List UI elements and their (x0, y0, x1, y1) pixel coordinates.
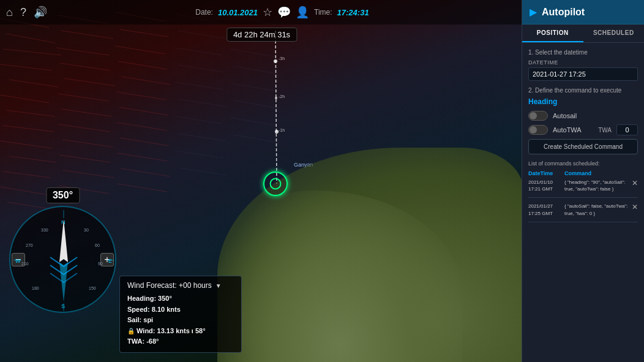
svg-line-16 (60, 63, 110, 70)
wind-wind: 🔒 Wind: 13.13 knts ι 58° (127, 326, 234, 337)
command-value-0: { "heading": "90", "autoSail": true, "au… (564, 179, 629, 192)
svg-line-14 (61, 31, 113, 39)
step2-label: 2. Define the command to execute (528, 87, 638, 94)
svg-line-50 (233, 66, 279, 74)
svg-line-8 (0, 141, 52, 148)
svg-line-5 (0, 95, 49, 103)
svg-line-1 (6, 34, 55, 43)
svg-line-52 (234, 100, 280, 108)
svg-line-11 (0, 187, 48, 195)
command-row-0: 2021/01/1017:21 GMT { "heading": "90", "… (528, 179, 638, 198)
autotwa-label: AutoTWA (553, 126, 582, 134)
autosail-toggle[interactable] (528, 111, 548, 121)
svg-text:90: 90 (98, 262, 103, 266)
twa-label: TWA (598, 127, 612, 134)
svg-text:270: 270 (26, 243, 33, 247)
create-command-button[interactable]: Create Scheduled Command (528, 139, 638, 154)
date-label: Date: (195, 8, 213, 17)
map-area[interactable]: -3h -2h -1h Ganyan ⌂ ? 🔊 Date: 10.01.202… (0, 0, 523, 362)
svg-line-46 (179, 168, 227, 175)
svg-line-15 (56, 48, 109, 55)
svg-point-56 (274, 59, 277, 63)
command-delete-1[interactable]: ✕ (632, 203, 638, 211)
volume-icon[interactable]: 🔊 (34, 6, 47, 19)
svg-line-23 (63, 170, 114, 178)
command-value-1: { "autoSail": false, "autoTwa": true, "t… (564, 203, 629, 216)
svg-text:E: E (108, 258, 112, 264)
svg-line-49 (230, 49, 277, 57)
svg-line-38 (178, 31, 225, 39)
svg-line-19 (61, 109, 111, 116)
svg-text:30: 30 (84, 228, 89, 232)
wind-dropdown-arrow: ▼ (215, 282, 222, 289)
autopilot-tabs: POSITION SCHEDULED (522, 25, 644, 43)
svg-text:W: W (15, 258, 21, 264)
autotwa-row: AutoTWA TWA 0 (528, 124, 638, 135)
svg-line-33 (120, 138, 169, 146)
svg-line-53 (230, 118, 277, 126)
tab-position[interactable]: POSITION (522, 25, 583, 42)
eta-box: 4d 22h 24m 31s (227, 28, 297, 42)
svg-line-3 (0, 64, 52, 70)
help-icon[interactable]: ? (20, 6, 26, 19)
compass-heading: 350° (46, 187, 80, 203)
autosail-row: Autosail (528, 111, 638, 121)
col-command-header: Command (564, 170, 638, 176)
twa-input[interactable]: 0 (616, 124, 638, 135)
star-icon[interactable]: ☆ (263, 6, 272, 19)
command-delete-0[interactable]: ✕ (632, 179, 638, 187)
time-value: 17:24:31 (337, 8, 369, 17)
svg-text:-1h: -1h (279, 128, 285, 132)
svg-text:210: 210 (21, 262, 29, 266)
command-datetime-1: 2021/01/2717:25 GMT (528, 203, 562, 216)
svg-line-43 (175, 116, 222, 124)
svg-line-31 (119, 107, 168, 115)
autopilot-panel: ▶ Autopilot POSITION SCHEDULED 1. Select… (522, 0, 644, 362)
svg-line-39 (174, 48, 222, 55)
message-icon[interactable]: 💬 (277, 6, 291, 19)
svg-line-21 (62, 140, 113, 147)
svg-line-41 (175, 82, 223, 89)
svg-line-4 (9, 80, 58, 87)
svg-text:330: 330 (41, 228, 48, 232)
autopilot-body: 1. Select the datetime Datetime 2021-01-… (522, 43, 644, 362)
autopilot-title: Autopilot (542, 7, 585, 18)
svg-line-34 (118, 153, 168, 161)
eta-value: 4d 22h 24m 31s (233, 30, 290, 39)
wind-info: Wind Forecast: +00 hours ▼ Heading: 350°… (119, 276, 242, 353)
col-datetime-header: DateTime (528, 170, 562, 176)
svg-text:60: 60 (95, 243, 100, 247)
svg-line-35 (121, 168, 170, 176)
time-label: Time: (314, 8, 332, 17)
ship-target (263, 172, 288, 196)
wind-sail: Sail: spi (127, 315, 234, 326)
svg-marker-79 (59, 219, 68, 262)
commands-table-header: DateTime Command (528, 170, 638, 176)
autopilot-collapse-icon[interactable]: ▶ (530, 6, 537, 18)
autopilot-header: ▶ Autopilot (522, 0, 644, 25)
svg-text:150: 150 (89, 286, 96, 290)
svg-line-9 (9, 156, 56, 162)
home-icon[interactable]: ⌂ (6, 6, 13, 19)
command-row-1: 2021/01/2717:25 GMT { "autoSail": false,… (528, 203, 638, 222)
svg-line-54 (233, 135, 279, 143)
top-bar: ⌂ ? 🔊 Date: 10.01.2021 ☆ 💬 👤 Time: 17:24… (0, 0, 523, 25)
date-value: 10.01.2021 (218, 8, 258, 17)
commands-list-label: List of commands scheduled: (528, 160, 638, 167)
user-icon[interactable]: 👤 (296, 6, 309, 19)
datetime-label: Datetime (528, 59, 638, 66)
svg-line-44 (178, 134, 225, 141)
wind-twa: TWA: -68° (127, 336, 234, 347)
wind-forecast-dropdown[interactable]: Wind Forecast: +00 hours ▼ (127, 281, 234, 290)
svg-line-55 (275, 31, 277, 184)
autotwa-toggle[interactable] (528, 125, 548, 135)
step1-label: 1. Select the datetime (528, 49, 638, 56)
svg-text:-3h: -3h (279, 56, 285, 61)
heading-label: Heading (528, 97, 638, 106)
svg-line-17 (64, 78, 115, 86)
autosail-label: Autosail (553, 112, 577, 119)
tab-scheduled[interactable]: SCHEDULED (583, 25, 645, 42)
svg-line-30 (116, 92, 167, 100)
svg-line-22 (59, 155, 110, 162)
command-datetime-0: 2021/01/1017:21 GMT (528, 179, 562, 192)
